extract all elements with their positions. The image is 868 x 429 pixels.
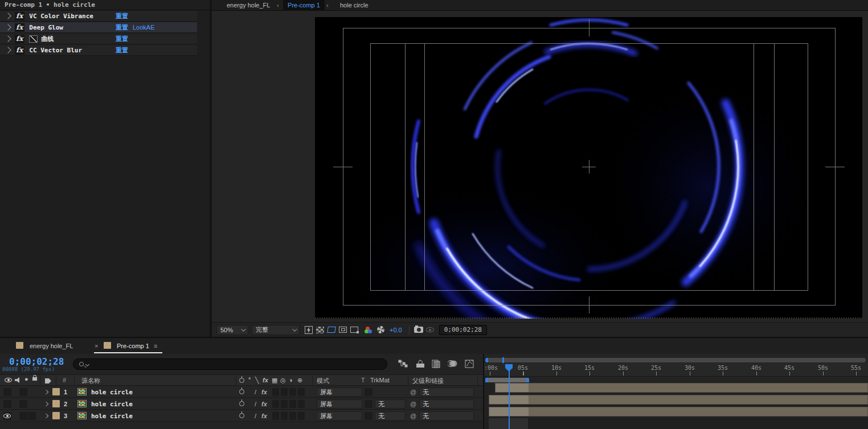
time-ruler[interactable]: :00s 05s 10s 15s 20s 25s 30s 35s 40s 45s…: [484, 363, 868, 377]
composition-canvas[interactable]: [315, 17, 862, 319]
mask-visibility-icon[interactable]: [326, 325, 337, 335]
switch-well[interactable]: [281, 388, 288, 396]
timeline-tab-energy-hole[interactable]: energy hole_FL: [30, 343, 73, 349]
search-field[interactable]: [73, 358, 387, 370]
trkmat-well[interactable]: [365, 412, 372, 420]
transparency-grid-icon[interactable]: [314, 325, 326, 335]
close-icon[interactable]: ×: [95, 343, 98, 349]
effect-row-deep-glow[interactable]: fx Deep Glow 重置 LookAE: [0, 22, 197, 33]
layer-name[interactable]: hole circle: [91, 389, 133, 396]
layer-name[interactable]: hole circle: [91, 401, 133, 408]
label-color-swatch[interactable]: [52, 412, 60, 419]
viewer-timecode[interactable]: 0;00;02;28: [439, 325, 487, 335]
viewer-tab-energy-hole[interactable]: energy hole_FL: [227, 2, 270, 9]
trkmat-well[interactable]: [365, 400, 372, 408]
trkmat-select[interactable]: 无: [375, 399, 406, 409]
chevron-right-icon[interactable]: [44, 390, 48, 394]
blend-mode-select[interactable]: 屏幕: [317, 399, 362, 409]
label-icon[interactable]: [45, 378, 51, 385]
chevron-right-icon[interactable]: [44, 414, 48, 418]
viewer-tab-pre-comp-1[interactable]: Pre-comp 1: [283, 0, 325, 11]
switch-well[interactable]: [298, 388, 305, 396]
frame-blend-toggle-icon[interactable]: [429, 357, 443, 370]
switch-well[interactable]: [272, 400, 279, 408]
mode-column[interactable]: 模式: [317, 377, 329, 385]
fast-preview-icon[interactable]: [303, 325, 314, 335]
solo-toggle[interactable]: [19, 412, 27, 420]
safe-guides-icon[interactable]: [337, 325, 349, 335]
trkmat-select[interactable]: 无: [375, 411, 406, 420]
snapshot-camera-icon[interactable]: [413, 325, 424, 335]
mini-flowchart-icon[interactable]: [396, 357, 410, 370]
video-toggle[interactable]: [3, 388, 11, 396]
trkmat-column[interactable]: TrkMat: [370, 377, 390, 383]
chevron-right-icon[interactable]: [5, 35, 11, 42]
pickwhip-icon[interactable]: @: [410, 412, 416, 419]
chevron-right-icon[interactable]: [44, 402, 48, 406]
chevron-right-icon[interactable]: [5, 13, 11, 19]
reset-link[interactable]: 重置: [116, 23, 128, 32]
layer-row-3[interactable]: 3 hole circle / fx 屏幕 无 @ 无: [0, 410, 483, 422]
shy-icon[interactable]: [239, 401, 244, 407]
quality-icon[interactable]: /: [255, 412, 256, 419]
t-column[interactable]: T: [361, 377, 365, 383]
shy-icon[interactable]: [239, 389, 244, 395]
effect-row-curves[interactable]: fx 曲线 重置: [0, 34, 197, 44]
exposure-value[interactable]: +0.0: [390, 327, 402, 333]
layer-name[interactable]: hole circle: [91, 412, 133, 420]
trkmat-well[interactable]: [365, 388, 372, 396]
switch-well[interactable]: [272, 412, 279, 420]
lock-toggle[interactable]: [28, 412, 36, 420]
layer-row-1[interactable]: 1 hole circle / fx 屏幕 @ 无: [0, 386, 483, 398]
fx-icon[interactable]: fx: [261, 401, 267, 407]
parent-link-column[interactable]: 父级和链接: [412, 377, 444, 385]
search-input[interactable]: [89, 361, 362, 368]
current-timecode[interactable]: 0;00;02;28: [9, 356, 64, 367]
source-name-column[interactable]: 源名称: [81, 377, 100, 385]
switch-well[interactable]: [281, 400, 288, 408]
video-toggle[interactable]: [3, 412, 11, 420]
shy-icon[interactable]: [239, 412, 244, 419]
navigator-start-bracket[interactable]: [485, 358, 488, 362]
motion-blur-toggle-icon[interactable]: [446, 357, 460, 370]
fx-icon[interactable]: fx: [261, 412, 267, 419]
switch-well[interactable]: [289, 400, 296, 408]
quality-icon[interactable]: /: [255, 401, 256, 407]
video-toggle[interactable]: [3, 400, 11, 408]
pickwhip-icon[interactable]: @: [410, 389, 416, 395]
blend-mode-select[interactable]: 屏幕: [317, 411, 362, 420]
parent-select[interactable]: 无: [419, 399, 474, 409]
resolution-select[interactable]: 完整: [252, 325, 300, 335]
solo-toggle[interactable]: [19, 388, 27, 396]
timeline-tab-pre-comp-1[interactable]: Pre-comp 1: [117, 343, 149, 349]
index-column[interactable]: #: [63, 377, 66, 383]
channel-rgb-icon[interactable]: [363, 325, 375, 335]
switch-well[interactable]: [298, 400, 305, 408]
shy-toggle-icon[interactable]: [413, 357, 427, 370]
chevron-right-icon[interactable]: [5, 24, 11, 30]
chevron-right-icon[interactable]: [5, 47, 11, 53]
layer-row-2[interactable]: 2 hole circle / fx 屏幕 无 @ 无: [0, 398, 483, 410]
region-of-interest-icon[interactable]: [349, 325, 360, 335]
switch-well[interactable]: [289, 388, 296, 396]
playhead-line[interactable]: [509, 366, 510, 429]
blend-mode-select[interactable]: 屏幕: [317, 387, 362, 397]
quality-icon[interactable]: /: [255, 389, 256, 395]
layer-duration-bar[interactable]: [489, 395, 868, 405]
navigator-bar[interactable]: [485, 358, 866, 362]
label-color-swatch[interactable]: [52, 400, 60, 407]
zoom-select[interactable]: 50%: [216, 325, 248, 335]
label-color-swatch[interactable]: [52, 388, 60, 395]
effect-row-cc-vector-blur[interactable]: fx CC Vector Blur 重置: [0, 45, 197, 56]
layer-duration-bar[interactable]: [489, 407, 868, 416]
reset-link[interactable]: 重置: [116, 35, 128, 43]
reset-link[interactable]: 重置: [116, 12, 128, 20]
fx-icon[interactable]: fx: [261, 389, 267, 395]
panel-menu-icon[interactable]: ≡: [154, 343, 157, 349]
graph-editor-icon[interactable]: [462, 357, 476, 370]
layer-duration-bar[interactable]: [495, 383, 868, 393]
solo-toggle[interactable]: [19, 400, 27, 408]
time-navigator[interactable]: [484, 357, 868, 363]
switch-well[interactable]: [289, 412, 296, 420]
switch-well[interactable]: [281, 412, 288, 420]
